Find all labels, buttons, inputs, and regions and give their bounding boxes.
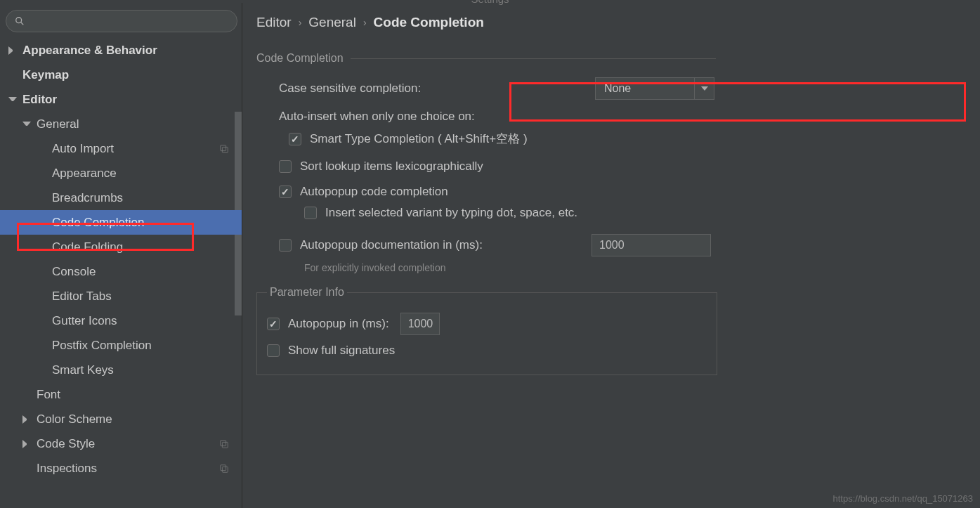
tree-item-label: Font: [37, 388, 60, 402]
tree-item-label: Code Completion: [52, 216, 144, 230]
tree-item-appearance[interactable]: Appearance: [0, 161, 242, 185]
search-input[interactable]: [6, 10, 237, 32]
breadcrumb: Editor › General › Code Completion: [256, 3, 966, 42]
tree-item-label: Keymap: [22, 68, 69, 82]
sidebar: Appearance & BehaviorKeymapEditorGeneral…: [0, 3, 242, 508]
auto-insert-label: Auto-insert when only one choice on:: [279, 110, 475, 124]
tree-item-editor[interactable]: Editor: [0, 87, 242, 112]
tree-item-code-folding[interactable]: Code Folding: [0, 235, 242, 259]
autopopup-doc-checkbox[interactable]: [279, 239, 292, 252]
breadcrumb-general[interactable]: General: [308, 15, 356, 30]
insert-variant-label: Insert selected variant by typing dot, s…: [325, 206, 577, 220]
project-scope-icon: [219, 144, 229, 154]
svg-rect-5: [222, 442, 228, 448]
tree-item-editor-tabs[interactable]: Editor Tabs: [0, 284, 242, 308]
autopopup-code-checkbox[interactable]: [279, 185, 292, 198]
tree-item-label: Postfix Completion: [52, 339, 152, 353]
breadcrumb-editor[interactable]: Editor: [256, 15, 292, 30]
tree-item-keymap[interactable]: Keymap: [0, 63, 242, 87]
case-sensitive-select[interactable]: None: [595, 77, 714, 100]
autopopup-doc-hint: For explicitly invoked completion: [304, 262, 966, 273]
smart-type-checkbox[interactable]: [289, 133, 301, 145]
tree-item-label: Code Style: [37, 437, 95, 451]
tree-item-general[interactable]: General: [0, 112, 242, 136]
tree-item-label: Smart Keys: [52, 363, 114, 377]
chevron-down-icon: [8, 97, 17, 105]
case-sensitive-label: Case sensitive completion:: [279, 82, 595, 96]
chevron-right-icon: [8, 46, 17, 55]
svg-line-1: [21, 22, 24, 25]
dropdown-button[interactable]: [694, 78, 714, 99]
svg-rect-4: [221, 440, 226, 445]
tree-item-label: Inspections: [37, 462, 97, 476]
svg-rect-6: [221, 464, 226, 470]
tree-item-label: Console: [52, 265, 96, 279]
chevron-down-icon: [22, 122, 31, 130]
tree-item-auto-import[interactable]: Auto Import: [0, 136, 242, 161]
insert-variant-checkbox[interactable]: [304, 207, 317, 219]
autopopup-doc-input[interactable]: 1000: [592, 234, 711, 256]
autopopup-doc-label: Autopopup documentation in (ms):: [300, 238, 592, 252]
settings-container: Appearance & BehaviorKeymapEditorGeneral…: [0, 3, 980, 508]
show-full-signatures-label: Show full signatures: [288, 344, 395, 358]
tree-item-label: Appearance: [52, 167, 117, 181]
tree-item-label: Breadcrumbs: [52, 191, 123, 205]
chevron-right-icon: ›: [363, 17, 367, 28]
section-code-completion: Code Completion: [256, 52, 966, 65]
chevron-down-icon: [701, 86, 708, 91]
tree-item-label: Code Folding: [52, 240, 123, 254]
tree-item-code-style[interactable]: Code Style: [0, 431, 242, 456]
parameter-info-legend: Parameter Info: [267, 286, 347, 299]
svg-rect-2: [221, 145, 226, 150]
tree-item-breadcrumbs[interactable]: Breadcrumbs: [0, 185, 242, 210]
tree-item-label: Gutter Icons: [52, 314, 117, 328]
tree-item-label: Auto Import: [52, 142, 114, 156]
tree-item-code-completion[interactable]: Code Completion: [0, 210, 242, 235]
main-panel: Editor › General › Code Completion Code …: [242, 3, 980, 508]
tree-item-color-scheme[interactable]: Color Scheme: [0, 407, 242, 431]
tree-item-inspections[interactable]: Inspections: [0, 456, 242, 481]
param-autopopup-input[interactable]: 1000: [400, 313, 440, 335]
tree-item-font[interactable]: Font: [0, 382, 242, 407]
select-value: None: [596, 82, 694, 95]
tree-item-label: Appearance & Behavior: [22, 44, 157, 58]
tree-item-label: Editor: [22, 93, 57, 107]
svg-rect-3: [222, 147, 228, 152]
smart-type-label: Smart Type Completion ( Alt+Shift+空格 ): [310, 131, 528, 147]
parameter-info-group: Parameter Info Autopopup in (ms): 1000 S…: [256, 286, 717, 375]
tree-item-smart-keys[interactable]: Smart Keys: [0, 358, 242, 382]
search-icon: [15, 16, 25, 26]
chevron-right-icon: [22, 440, 31, 448]
project-scope-icon: [219, 439, 229, 449]
show-full-signatures-checkbox[interactable]: [267, 344, 280, 357]
tree-item-appearance-behavior[interactable]: Appearance & Behavior: [0, 38, 242, 63]
search-wrap: [0, 3, 242, 38]
tree-item-gutter-icons[interactable]: Gutter Icons: [0, 308, 242, 333]
divider: [351, 58, 716, 59]
watermark: https://blog.csdn.net/qq_15071263: [833, 493, 974, 504]
breadcrumb-current: Code Completion: [374, 15, 484, 30]
param-autopopup-checkbox[interactable]: [267, 318, 280, 330]
tree-item-label: Color Scheme: [37, 412, 112, 426]
project-scope-icon: [219, 464, 229, 474]
section-label: Code Completion: [256, 52, 344, 65]
tree-item-label: General: [37, 117, 79, 131]
chevron-right-icon: ›: [299, 17, 302, 28]
tree-item-label: Editor Tabs: [52, 289, 112, 304]
svg-rect-7: [222, 467, 228, 472]
sort-lex-checkbox[interactable]: [279, 160, 292, 173]
tree-item-postfix-completion[interactable]: Postfix Completion: [0, 333, 242, 358]
param-autopopup-label: Autopopup in (ms):: [288, 317, 389, 331]
tree-item-console[interactable]: Console: [0, 259, 242, 284]
sort-lex-label: Sort lookup items lexicographically: [300, 159, 483, 174]
settings-tree: Appearance & BehaviorKeymapEditorGeneral…: [0, 38, 242, 508]
autopopup-code-label: Autopopup code completion: [300, 185, 448, 199]
svg-point-0: [16, 18, 22, 23]
chevron-right-icon: [22, 415, 31, 424]
